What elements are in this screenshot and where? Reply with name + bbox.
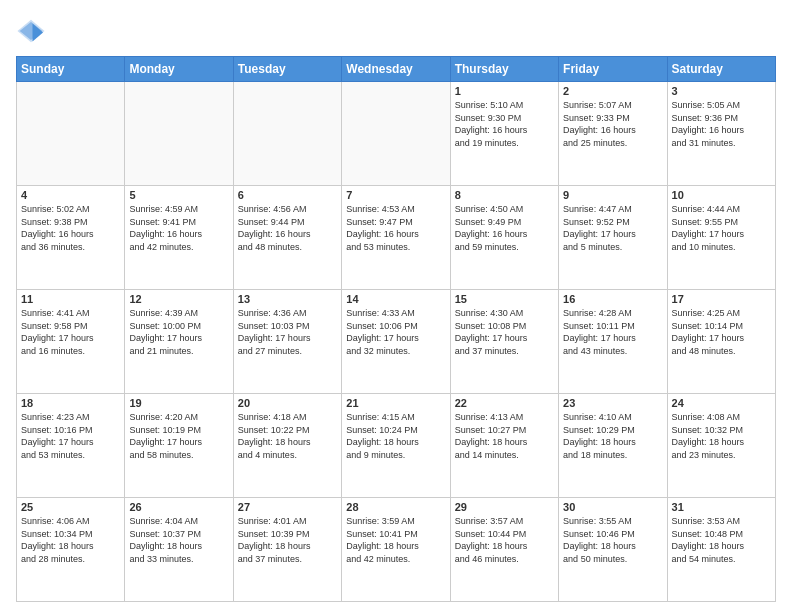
day-number: 5 [129, 189, 228, 201]
day-cell: 7Sunrise: 4:53 AM Sunset: 9:47 PM Daylig… [342, 186, 450, 290]
day-number: 24 [672, 397, 771, 409]
day-number: 12 [129, 293, 228, 305]
day-number: 30 [563, 501, 662, 513]
day-cell: 25Sunrise: 4:06 AM Sunset: 10:34 PM Dayl… [17, 498, 125, 602]
day-cell: 9Sunrise: 4:47 AM Sunset: 9:52 PM Daylig… [559, 186, 667, 290]
day-cell: 26Sunrise: 4:04 AM Sunset: 10:37 PM Dayl… [125, 498, 233, 602]
day-info: Sunrise: 4:53 AM Sunset: 9:47 PM Dayligh… [346, 203, 445, 253]
weekday-header-monday: Monday [125, 57, 233, 82]
day-number: 10 [672, 189, 771, 201]
day-cell: 11Sunrise: 4:41 AM Sunset: 9:58 PM Dayli… [17, 290, 125, 394]
day-info: Sunrise: 4:06 AM Sunset: 10:34 PM Daylig… [21, 515, 120, 565]
day-info: Sunrise: 5:02 AM Sunset: 9:38 PM Dayligh… [21, 203, 120, 253]
day-number: 7 [346, 189, 445, 201]
day-number: 22 [455, 397, 554, 409]
day-cell: 28Sunrise: 3:59 AM Sunset: 10:41 PM Dayl… [342, 498, 450, 602]
day-info: Sunrise: 5:07 AM Sunset: 9:33 PM Dayligh… [563, 99, 662, 149]
day-info: Sunrise: 3:53 AM Sunset: 10:48 PM Daylig… [672, 515, 771, 565]
day-info: Sunrise: 4:25 AM Sunset: 10:14 PM Daylig… [672, 307, 771, 357]
day-cell: 2Sunrise: 5:07 AM Sunset: 9:33 PM Daylig… [559, 82, 667, 186]
day-info: Sunrise: 3:59 AM Sunset: 10:41 PM Daylig… [346, 515, 445, 565]
day-cell: 20Sunrise: 4:18 AM Sunset: 10:22 PM Dayl… [233, 394, 341, 498]
day-info: Sunrise: 4:20 AM Sunset: 10:19 PM Daylig… [129, 411, 228, 461]
day-info: Sunrise: 4:23 AM Sunset: 10:16 PM Daylig… [21, 411, 120, 461]
day-number: 25 [21, 501, 120, 513]
day-number: 4 [21, 189, 120, 201]
day-cell: 6Sunrise: 4:56 AM Sunset: 9:44 PM Daylig… [233, 186, 341, 290]
day-info: Sunrise: 4:47 AM Sunset: 9:52 PM Dayligh… [563, 203, 662, 253]
day-info: Sunrise: 4:08 AM Sunset: 10:32 PM Daylig… [672, 411, 771, 461]
day-cell: 19Sunrise: 4:20 AM Sunset: 10:19 PM Dayl… [125, 394, 233, 498]
day-number: 2 [563, 85, 662, 97]
day-info: Sunrise: 4:56 AM Sunset: 9:44 PM Dayligh… [238, 203, 337, 253]
day-info: Sunrise: 4:15 AM Sunset: 10:24 PM Daylig… [346, 411, 445, 461]
day-info: Sunrise: 4:04 AM Sunset: 10:37 PM Daylig… [129, 515, 228, 565]
day-cell: 18Sunrise: 4:23 AM Sunset: 10:16 PM Dayl… [17, 394, 125, 498]
weekday-header-tuesday: Tuesday [233, 57, 341, 82]
day-number: 16 [563, 293, 662, 305]
day-cell: 10Sunrise: 4:44 AM Sunset: 9:55 PM Dayli… [667, 186, 775, 290]
day-cell: 22Sunrise: 4:13 AM Sunset: 10:27 PM Dayl… [450, 394, 558, 498]
day-cell: 5Sunrise: 4:59 AM Sunset: 9:41 PM Daylig… [125, 186, 233, 290]
day-cell: 12Sunrise: 4:39 AM Sunset: 10:00 PM Dayl… [125, 290, 233, 394]
day-cell [125, 82, 233, 186]
page: SundayMondayTuesdayWednesdayThursdayFrid… [0, 0, 792, 612]
day-info: Sunrise: 4:01 AM Sunset: 10:39 PM Daylig… [238, 515, 337, 565]
weekday-header-row: SundayMondayTuesdayWednesdayThursdayFrid… [17, 57, 776, 82]
day-number: 18 [21, 397, 120, 409]
logo [16, 16, 50, 46]
day-cell: 24Sunrise: 4:08 AM Sunset: 10:32 PM Dayl… [667, 394, 775, 498]
day-cell: 8Sunrise: 4:50 AM Sunset: 9:49 PM Daylig… [450, 186, 558, 290]
day-info: Sunrise: 4:30 AM Sunset: 10:08 PM Daylig… [455, 307, 554, 357]
day-cell: 30Sunrise: 3:55 AM Sunset: 10:46 PM Dayl… [559, 498, 667, 602]
day-number: 15 [455, 293, 554, 305]
day-number: 3 [672, 85, 771, 97]
calendar-table: SundayMondayTuesdayWednesdayThursdayFrid… [16, 56, 776, 602]
weekday-header-sunday: Sunday [17, 57, 125, 82]
day-cell [233, 82, 341, 186]
day-cell: 31Sunrise: 3:53 AM Sunset: 10:48 PM Dayl… [667, 498, 775, 602]
day-number: 23 [563, 397, 662, 409]
day-info: Sunrise: 5:05 AM Sunset: 9:36 PM Dayligh… [672, 99, 771, 149]
day-info: Sunrise: 3:55 AM Sunset: 10:46 PM Daylig… [563, 515, 662, 565]
week-row-5: 25Sunrise: 4:06 AM Sunset: 10:34 PM Dayl… [17, 498, 776, 602]
day-number: 8 [455, 189, 554, 201]
day-number: 26 [129, 501, 228, 513]
day-number: 19 [129, 397, 228, 409]
day-info: Sunrise: 4:59 AM Sunset: 9:41 PM Dayligh… [129, 203, 228, 253]
day-number: 29 [455, 501, 554, 513]
day-info: Sunrise: 4:33 AM Sunset: 10:06 PM Daylig… [346, 307, 445, 357]
day-cell: 16Sunrise: 4:28 AM Sunset: 10:11 PM Dayl… [559, 290, 667, 394]
day-cell: 14Sunrise: 4:33 AM Sunset: 10:06 PM Dayl… [342, 290, 450, 394]
day-cell: 4Sunrise: 5:02 AM Sunset: 9:38 PM Daylig… [17, 186, 125, 290]
day-cell: 3Sunrise: 5:05 AM Sunset: 9:36 PM Daylig… [667, 82, 775, 186]
week-row-3: 11Sunrise: 4:41 AM Sunset: 9:58 PM Dayli… [17, 290, 776, 394]
day-number: 27 [238, 501, 337, 513]
day-cell [342, 82, 450, 186]
day-number: 17 [672, 293, 771, 305]
day-number: 21 [346, 397, 445, 409]
day-cell: 29Sunrise: 3:57 AM Sunset: 10:44 PM Dayl… [450, 498, 558, 602]
day-cell [17, 82, 125, 186]
week-row-2: 4Sunrise: 5:02 AM Sunset: 9:38 PM Daylig… [17, 186, 776, 290]
day-cell: 23Sunrise: 4:10 AM Sunset: 10:29 PM Dayl… [559, 394, 667, 498]
day-cell: 1Sunrise: 5:10 AM Sunset: 9:30 PM Daylig… [450, 82, 558, 186]
day-number: 1 [455, 85, 554, 97]
day-cell: 17Sunrise: 4:25 AM Sunset: 10:14 PM Dayl… [667, 290, 775, 394]
day-info: Sunrise: 4:28 AM Sunset: 10:11 PM Daylig… [563, 307, 662, 357]
weekday-header-friday: Friday [559, 57, 667, 82]
day-info: Sunrise: 4:18 AM Sunset: 10:22 PM Daylig… [238, 411, 337, 461]
day-info: Sunrise: 4:41 AM Sunset: 9:58 PM Dayligh… [21, 307, 120, 357]
day-info: Sunrise: 4:36 AM Sunset: 10:03 PM Daylig… [238, 307, 337, 357]
weekday-header-saturday: Saturday [667, 57, 775, 82]
day-number: 6 [238, 189, 337, 201]
header [16, 16, 776, 46]
day-number: 20 [238, 397, 337, 409]
day-cell: 15Sunrise: 4:30 AM Sunset: 10:08 PM Dayl… [450, 290, 558, 394]
day-info: Sunrise: 4:10 AM Sunset: 10:29 PM Daylig… [563, 411, 662, 461]
weekday-header-thursday: Thursday [450, 57, 558, 82]
day-cell: 13Sunrise: 4:36 AM Sunset: 10:03 PM Dayl… [233, 290, 341, 394]
day-number: 9 [563, 189, 662, 201]
day-info: Sunrise: 3:57 AM Sunset: 10:44 PM Daylig… [455, 515, 554, 565]
day-number: 14 [346, 293, 445, 305]
